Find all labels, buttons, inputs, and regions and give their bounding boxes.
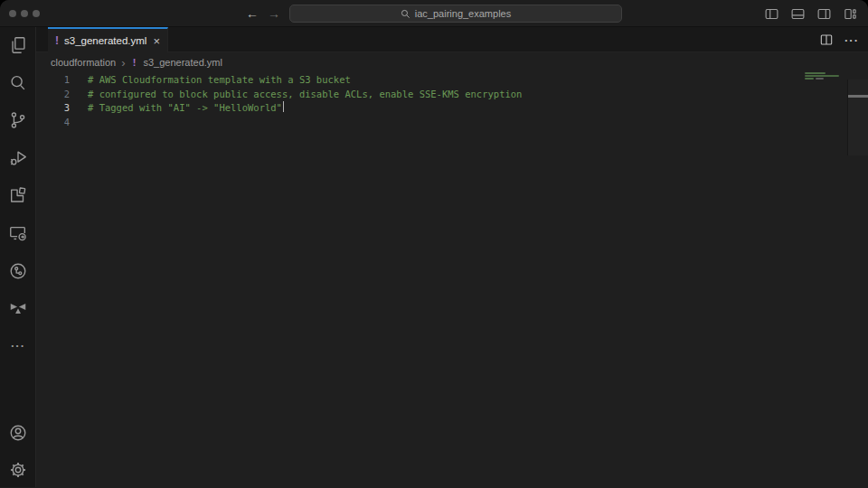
minimap[interactable] [803,72,845,181]
scrollbar[interactable] [848,80,868,155]
code-text: # Tagged with "AI" -> "HelloWorld" [70,101,282,116]
accounts-icon[interactable] [7,422,29,444]
title-bar: ← → iac_pairing_examples [0,0,868,27]
extensions-icon[interactable] [7,185,29,207]
code-editor[interactable]: 1 # AWS Cloudformation template with a S… [36,72,868,487]
tab-bar: ! s3_generated.yml × ··· [36,27,868,52]
terraform-icon[interactable] [7,297,29,319]
toggle-panel-icon[interactable] [787,4,808,23]
zoom-window-button[interactable] [33,10,40,17]
minimize-window-button[interactable] [21,10,28,17]
command-center-search[interactable]: iac_pairing_examples [289,5,622,23]
code-line[interactable]: 4 [36,116,868,130]
breadcrumb: cloudformation › ! s3_generated.yml [36,52,868,72]
line-number[interactable]: 2 [36,88,70,102]
code-line-active[interactable]: 3 # Tagged with "AI" -> "HelloWorld" [36,101,868,116]
command-center-text: iac_pairing_examples [415,8,511,19]
traffic-lights [9,10,40,17]
vscode-window: ← → iac_pairing_examples [0,0,868,488]
toggle-primary-sidebar-icon[interactable] [760,4,782,23]
navigate-back-button[interactable]: ← [242,4,262,23]
code-text: # AWS Cloudformation template with a S3 … [70,73,351,88]
breadcrumb-file[interactable]: s3_generated.yml [144,57,222,68]
code-text: # configured to block public access, dis… [70,88,522,102]
toggle-secondary-sidebar-icon[interactable] [813,4,835,23]
split-editor-icon[interactable] [819,33,834,47]
tab-label: s3_generated.yml [64,35,146,46]
editor-actions: ··· [819,27,859,52]
text-cursor [283,101,284,112]
remote-explorer-icon[interactable] [7,222,29,244]
explorer-icon[interactable] [7,34,29,56]
tab-s3-generated-yml[interactable]: ! s3_generated.yml × [48,27,168,52]
close-tab-icon[interactable]: × [152,35,161,47]
settings-gear-icon[interactable] [7,459,29,481]
activity-bar: ··· [0,27,36,487]
customize-layout-icon[interactable] [839,4,861,23]
close-window-button[interactable] [9,10,16,17]
git-extension-icon[interactable] [7,260,29,282]
line-number[interactable]: 4 [36,116,70,130]
layout-controls [760,4,861,23]
yaml-file-icon: ! [55,34,59,47]
yaml-file-icon: ! [131,57,138,68]
overview-ruler-cursor-mark [848,95,868,98]
run-and-debug-icon[interactable] [7,147,29,169]
search-icon [401,9,410,19]
more-actions-icon[interactable]: ··· [844,33,859,47]
more-views-icon[interactable]: ··· [7,334,29,356]
navigate-forward-button[interactable]: → [264,4,284,23]
source-control-icon[interactable] [7,109,29,131]
code-text [70,116,88,130]
code-line[interactable]: 2 # configured to block public access, d… [36,88,868,102]
code-line[interactable]: 1 # AWS Cloudformation template with a S… [36,73,868,88]
search-icon[interactable] [7,72,29,94]
chevron-right-icon: › [121,58,125,68]
line-number[interactable]: 1 [36,73,70,88]
breadcrumb-folder[interactable]: cloudformation [51,57,116,68]
editor-group: ! s3_generated.yml × ··· c [36,27,868,487]
code-lines: 1 # AWS Cloudformation template with a S… [36,72,868,129]
line-number[interactable]: 3 [36,101,70,116]
